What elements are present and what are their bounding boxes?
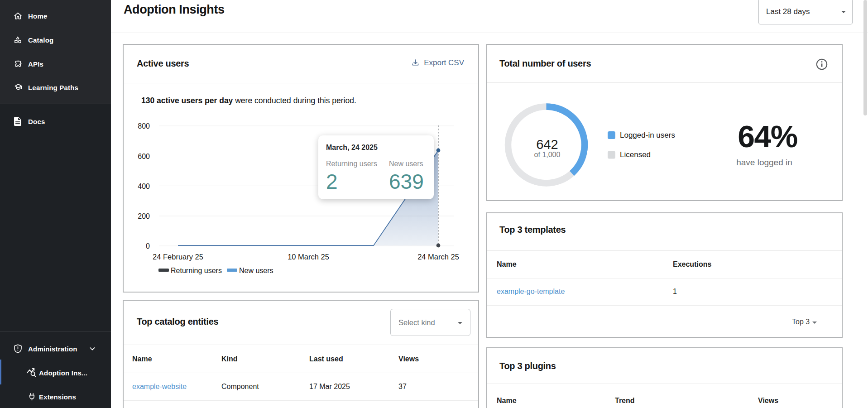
svg-text:400: 400 bbox=[138, 182, 150, 190]
svg-text:New users: New users bbox=[239, 267, 273, 274]
svg-text:800: 800 bbox=[138, 122, 150, 130]
svg-text:600: 600 bbox=[138, 153, 150, 160]
svg-text:200: 200 bbox=[138, 212, 150, 220]
svg-text:24 March 25: 24 March 25 bbox=[417, 253, 459, 261]
svg-text:Returning users: Returning users bbox=[171, 267, 222, 274]
svg-text:24 February 25: 24 February 25 bbox=[153, 253, 203, 261]
svg-text:0: 0 bbox=[146, 242, 150, 250]
svg-text:10 March 25: 10 March 25 bbox=[288, 253, 329, 261]
